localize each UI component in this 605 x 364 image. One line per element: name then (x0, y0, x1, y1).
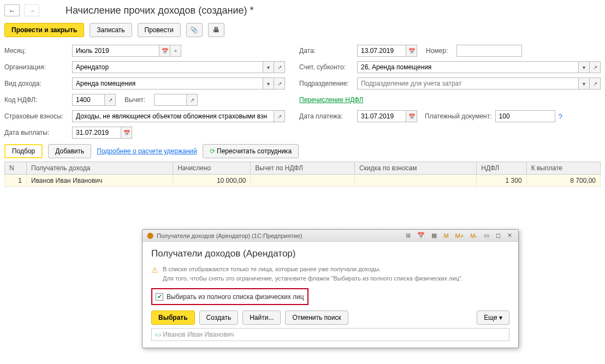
calendar-icon[interactable]: 📅 (121, 127, 132, 139)
pay-doc-label: Платежный документ: (425, 112, 492, 120)
dropdown-icon[interactable]: ▾ (579, 61, 590, 73)
pick-button[interactable]: Подбор (4, 144, 43, 158)
pay-date-label: Дата платежа: (299, 112, 354, 120)
transfer-ndfl-link[interactable]: Перечисление НДФЛ (299, 96, 363, 104)
open-icon[interactable]: ↗ (274, 77, 285, 89)
income-type-input[interactable] (72, 77, 263, 89)
table-row[interactable]: 1 Иванов Иван Иванович 10 000,00 1 300 8… (5, 175, 601, 187)
ins-label: Страховые взносы: (4, 112, 69, 120)
ins-input[interactable] (72, 110, 274, 122)
details-link[interactable]: Подробнее о расчете удержаний (97, 147, 197, 155)
page-title: Начисление прочих доходов (создание) * (66, 5, 254, 16)
ndfl-code-input[interactable] (72, 94, 105, 106)
pay-date-input[interactable] (357, 110, 406, 122)
print-icon[interactable]: 🖶 (208, 23, 224, 37)
submit-button[interactable]: Провести (138, 23, 181, 37)
col-ndfl[interactable]: НДФЛ (477, 162, 526, 175)
pay-doc-input[interactable] (495, 110, 555, 122)
open-icon[interactable]: ↗ (105, 94, 116, 106)
month-input[interactable] (72, 45, 159, 57)
dropdown-icon[interactable]: ▾ (579, 77, 590, 89)
open-icon[interactable]: ↗ (590, 77, 601, 89)
number-label: Номер: (426, 47, 453, 55)
dept-label: Подразделение: (299, 80, 354, 87)
submit-close-button[interactable]: Провести и закрыть (4, 23, 84, 37)
refresh-icon: ⟳ (210, 147, 215, 155)
nav-forward-button[interactable]: → (24, 4, 39, 16)
calendar-icon[interactable]: 📅 (406, 45, 417, 57)
month-label: Месяц: (4, 47, 69, 55)
recalc-button[interactable]: ⟳ Пересчитать сотрудника (203, 144, 299, 158)
add-button[interactable]: Добавить (48, 144, 91, 158)
open-icon[interactable]: ↗ (187, 94, 198, 106)
income-grid: N Получатель дохода Начислено Вычет по Н… (4, 162, 601, 187)
open-icon[interactable]: ↗ (590, 61, 601, 73)
number-input[interactable] (456, 45, 522, 57)
date-input[interactable] (357, 45, 406, 57)
col-deduction[interactable]: Вычет по НДФЛ (251, 162, 355, 175)
dropdown-icon[interactable]: ▾ (263, 77, 274, 89)
calendar-icon[interactable]: 📅 (159, 45, 170, 57)
calendar-icon[interactable]: 📅 (406, 110, 417, 122)
col-recipient[interactable]: Получатель дохода (27, 162, 173, 175)
ndfl-code-label: Код НДФЛ: (4, 96, 69, 104)
org-label: Организация: (4, 63, 69, 71)
date-label: Дата: (299, 47, 354, 55)
payout-date-input[interactable] (72, 127, 121, 139)
open-icon[interactable]: ↗ (274, 61, 285, 73)
org-input[interactable] (72, 61, 263, 73)
deduction-label: Вычет: (124, 96, 151, 104)
dept-input[interactable] (357, 77, 579, 89)
nav-back-button[interactable]: ← (4, 4, 20, 16)
deduction-input[interactable] (154, 94, 187, 106)
col-n[interactable]: N (5, 162, 27, 175)
open-icon[interactable]: ↗ (274, 110, 285, 122)
col-discount[interactable]: Скидка по взносам (354, 162, 476, 175)
spinner-icon[interactable]: ÷ (170, 45, 181, 57)
col-payout[interactable]: К выплате (526, 162, 600, 175)
account-input[interactable] (357, 61, 579, 73)
dropdown-icon[interactable]: ▾ (263, 61, 274, 73)
attachment-icon[interactable]: 📎 (186, 23, 203, 37)
payout-date-label: Дата выплаты: (4, 129, 69, 136)
income-type-label: Вид дохода: (4, 80, 69, 87)
save-button[interactable]: Записать (90, 23, 132, 37)
col-accrued[interactable]: Начислено (173, 162, 251, 175)
account-label: Счет, субконто: (299, 63, 354, 71)
help-icon[interactable]: ? (559, 112, 562, 121)
